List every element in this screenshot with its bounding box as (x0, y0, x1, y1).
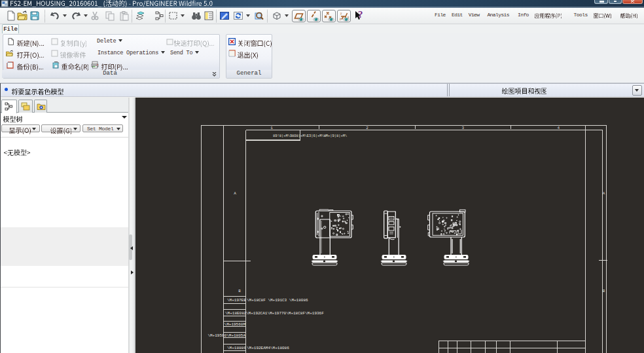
svg-text:A: A (234, 191, 236, 196)
svg-text:1: 1 (270, 126, 273, 130)
svg-text:z: z (340, 18, 342, 21)
svg-text:B: B (603, 289, 605, 293)
svg-text:\M+18886: \M+18886 (227, 346, 246, 350)
svg-text:89!8|+M\9808|+M\E3|6|+M\WM+|9|: 89!8|+M\9808|+M\E3|6|+M\WM+|9|8|+M\ (273, 134, 347, 138)
svg-text:\M+18C8F \M+191C3 \M+18086: \M+18C8F \M+191C3 \M+18086 (247, 298, 308, 303)
svg-text:4: 4 (558, 126, 560, 130)
svg-text:2: 2 (366, 126, 368, 130)
svg-text:y: y (340, 12, 342, 15)
svg-text:A: A (603, 191, 605, 196)
svg-text:\M+19560\M+1805A: \M+19560\M+1805A (207, 333, 245, 338)
svg-text:\M+192CA1\M+19770\M+18C8F\M+19: \M+192CA1\M+19770\M+18C8F\M+1936F (246, 311, 324, 316)
svg-text:B: B (238, 289, 241, 293)
svg-text:\M+19560M: \M+19560M (224, 322, 246, 327)
svg-text:3: 3 (461, 126, 464, 130)
svg-text:\M+18E08Z: \M+18E08Z (225, 311, 247, 316)
svg-text:\M+197EB: \M+197EB (227, 298, 246, 303)
svg-text:\M+192EAM4\M+18086: \M+192EAM4\M+18086 (247, 346, 289, 350)
